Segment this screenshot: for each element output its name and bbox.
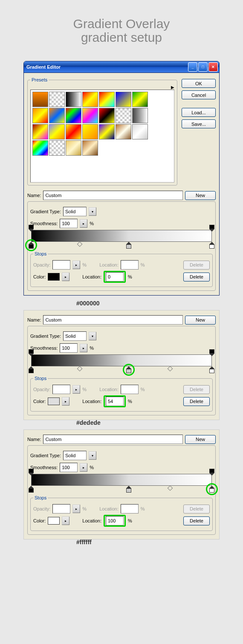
preset-swatch[interactable] <box>116 92 131 107</box>
color-stop-0[interactable] <box>29 366 34 372</box>
presets-flyout-icon[interactable]: ▶ <box>168 85 174 90</box>
save-button[interactable]: Save... <box>182 119 216 128</box>
location-highlight <box>104 271 126 283</box>
gradient-type-select[interactable]: ▾ <box>63 207 96 216</box>
color-picker-trigger[interactable]: ▸ <box>62 273 69 281</box>
color-location-input[interactable] <box>106 516 124 525</box>
highlight-ring-icon <box>25 239 37 251</box>
window-title: Gradient Editor <box>26 64 187 70</box>
page-title-line1: Gradient Overlay <box>73 17 170 31</box>
preset-swatch[interactable] <box>82 108 98 123</box>
preset-swatch[interactable] <box>82 124 98 139</box>
opacity-location-label: Location: <box>99 262 119 267</box>
preset-swatch[interactable] <box>32 124 48 139</box>
chevron-down-icon: ▾ <box>89 207 96 216</box>
color-delete-button[interactable]: Delete <box>183 273 210 281</box>
preset-swatch[interactable] <box>49 124 65 139</box>
color-location-input[interactable] <box>106 272 124 281</box>
name-label: Name: <box>27 317 41 322</box>
ok-button[interactable]: OK <box>182 79 216 88</box>
preset-swatch[interactable] <box>132 92 148 107</box>
chevron-down-icon: ▾ <box>89 332 96 340</box>
location-highlight <box>104 515 126 527</box>
color-swatch[interactable] <box>48 273 60 281</box>
titlebar: Gradient Editor _ □ ✕ <box>24 61 219 73</box>
opacity-location-input <box>121 260 139 270</box>
color-delete-button[interactable]: Delete <box>183 516 210 525</box>
preset-swatch[interactable] <box>49 140 65 156</box>
cancel-button[interactable]: Cancel <box>182 90 216 99</box>
color-stop-1[interactable] <box>126 486 131 492</box>
midpoint[interactable] <box>77 241 83 247</box>
hex-note-2: #ffffff <box>76 539 220 545</box>
color-swatch[interactable] <box>48 397 60 405</box>
new-button[interactable]: New <box>185 435 216 444</box>
panel-1: Name: New Gradient Type: ▾ Smoothness: ▸… <box>23 310 220 420</box>
smoothness-input[interactable] <box>60 219 78 228</box>
name-input[interactable] <box>43 315 183 325</box>
preset-swatch[interactable] <box>32 108 48 123</box>
smoothness-input[interactable] <box>60 463 78 472</box>
color-swatch[interactable] <box>48 517 60 525</box>
presets-group: Presets ▶ <box>27 77 177 186</box>
smoothness-input[interactable] <box>60 343 78 353</box>
preset-swatch[interactable] <box>49 92 65 107</box>
panel-2: Name: New Gradient Type: ▾ Smoothness: ▸… <box>23 429 220 540</box>
color-stop-1[interactable] <box>126 242 131 248</box>
color-stop-0[interactable] <box>29 486 34 492</box>
stops-group: Stops Opacity: ▸ % Location: % Delete <box>30 251 213 287</box>
preset-swatch[interactable] <box>99 124 115 139</box>
location-highlight <box>104 395 126 407</box>
presets-label: Presets <box>30 77 49 82</box>
stops-label: Stops <box>33 251 48 256</box>
gradient-bar-0[interactable] <box>31 230 212 242</box>
chevron-down-icon: ▾ <box>89 451 96 460</box>
gradient-editor-window: Gradient Editor _ □ ✕ Presets ▶ <box>23 61 220 296</box>
color-stop-2[interactable] <box>209 242 214 248</box>
maximize-button[interactable]: □ <box>198 62 208 72</box>
gradient-bar-1[interactable] <box>31 354 212 366</box>
preset-swatch[interactable] <box>116 108 131 123</box>
preset-swatch[interactable] <box>99 108 115 123</box>
preset-swatch[interactable] <box>82 92 98 107</box>
preset-swatch[interactable] <box>49 108 65 123</box>
smoothness-stepper[interactable]: ▸ <box>80 219 87 228</box>
gradient-type-select[interactable]: ▾ <box>63 331 96 341</box>
preset-swatch[interactable] <box>99 92 115 107</box>
gradient-type-select[interactable]: ▾ <box>63 451 96 460</box>
preset-swatch[interactable] <box>32 140 48 156</box>
presets-list[interactable] <box>30 90 174 183</box>
midpoint[interactable] <box>168 366 173 371</box>
name-input[interactable] <box>43 435 183 444</box>
hex-note-0: #000000 <box>76 300 220 307</box>
opacity-delete-button: Delete <box>183 261 210 270</box>
midpoint[interactable] <box>77 366 83 371</box>
preset-swatch[interactable] <box>32 92 48 107</box>
midpoint[interactable] <box>168 485 173 491</box>
name-input[interactable] <box>43 191 183 200</box>
preset-swatch[interactable] <box>66 124 81 139</box>
color-location-input[interactable] <box>106 397 124 406</box>
gradient-settings-group: Gradient Type: ▾ Smoothness: ▸ % <box>27 201 216 291</box>
color-delete-button[interactable]: Delete <box>183 397 210 406</box>
preset-swatch[interactable] <box>116 124 131 139</box>
gradient-bar-2[interactable] <box>31 474 212 486</box>
preset-swatch[interactable] <box>132 108 148 123</box>
preset-swatch[interactable] <box>132 124 148 139</box>
minimize-button[interactable]: _ <box>188 62 197 72</box>
new-button[interactable]: New <box>185 316 216 325</box>
close-button[interactable]: ✕ <box>208 62 218 72</box>
color-label: Color: <box>33 274 46 279</box>
color-location-label: Location: <box>82 274 101 279</box>
preset-swatch[interactable] <box>66 140 81 156</box>
color-stop-2[interactable] <box>209 366 214 372</box>
highlight-ring-icon <box>206 483 218 495</box>
highlight-ring-icon <box>123 364 135 376</box>
gradient-preview <box>31 230 212 242</box>
load-button[interactable]: Load... <box>182 108 216 117</box>
preset-swatch[interactable] <box>66 92 81 107</box>
new-button[interactable]: New <box>185 191 216 200</box>
preset-swatch[interactable] <box>66 108 81 123</box>
gradient-settings-group: Gradient Type: ▾ Smoothness: ▸ % Stops <box>27 326 216 415</box>
preset-swatch[interactable] <box>82 140 98 156</box>
